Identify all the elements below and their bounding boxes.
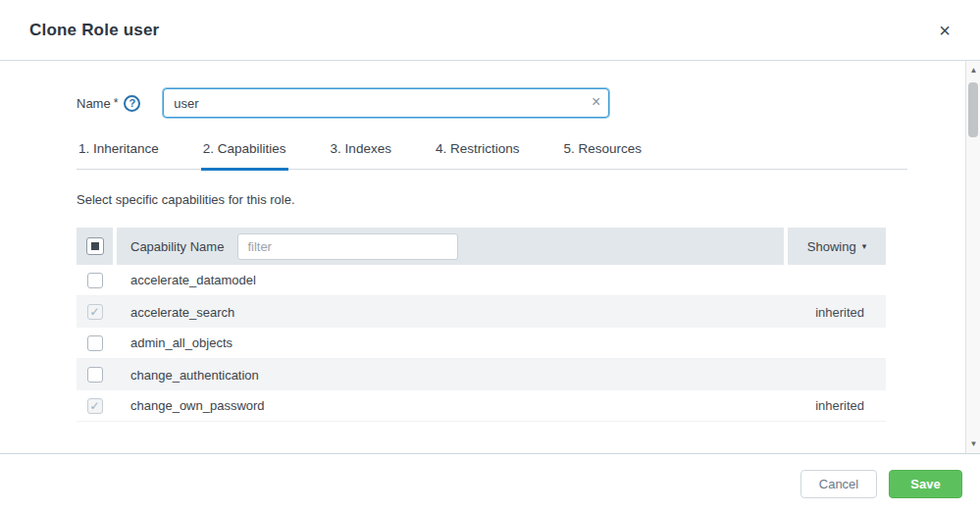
scroll-down-icon[interactable]: ▼ bbox=[966, 436, 980, 451]
name-field-row: Name * ? × bbox=[77, 88, 886, 118]
capability-name-column-label: Capability Name bbox=[130, 239, 224, 254]
status-badge: inherited bbox=[788, 305, 886, 320]
chevron-down-icon: ▾ bbox=[862, 241, 867, 251]
modal-body: Name * ? × 1. Inheritance2. Capabilities… bbox=[0, 61, 980, 454]
table-header: Capability Name Showing ▾ bbox=[77, 228, 886, 265]
vertical-scrollbar[interactable]: ▲ ▼ bbox=[965, 61, 980, 453]
modal-content: Name * ? × 1. Inheritance2. Capabilities… bbox=[0, 61, 886, 422]
name-input-wrap: × bbox=[163, 88, 609, 118]
unchecked-checkbox[interactable] bbox=[87, 273, 103, 288]
tab-restrictions[interactable]: 4. Restrictions bbox=[434, 141, 522, 169]
modal-footer: Cancel Save bbox=[0, 454, 980, 513]
capability-name-header-cell: Capability Name bbox=[117, 228, 784, 265]
tab-inheritance[interactable]: 1. Inheritance bbox=[77, 141, 161, 169]
scroll-up-icon[interactable]: ▲ bbox=[966, 63, 980, 77]
capability-name: change_authentication bbox=[113, 368, 788, 383]
table-rows: accelerate_datamodel✓accelerate_searchin… bbox=[77, 265, 886, 422]
unchecked-checkbox[interactable] bbox=[87, 367, 103, 383]
capability-name: change_own_password bbox=[113, 398, 788, 413]
row-checkbox-cell: ✓ bbox=[77, 304, 113, 320]
row-checkbox-cell: ✓ bbox=[77, 398, 113, 414]
close-icon[interactable]: × bbox=[935, 17, 954, 44]
scrollbar-thumb[interactable] bbox=[968, 82, 978, 137]
tab-capabilities[interactable]: 2. Capabilities bbox=[201, 141, 288, 169]
status-badge: inherited bbox=[788, 398, 886, 413]
capabilities-table: Capability Name Showing ▾ accelerate_dat… bbox=[77, 228, 886, 422]
row-checkbox-cell bbox=[77, 273, 113, 288]
select-all-checkbox[interactable] bbox=[86, 237, 104, 255]
table-row[interactable]: ✓change_own_passwordinherited bbox=[77, 390, 886, 422]
capability-name: admin_all_objects bbox=[113, 335, 788, 350]
help-icon[interactable]: ? bbox=[124, 95, 140, 112]
clear-input-icon[interactable]: × bbox=[592, 94, 600, 110]
capabilities-description: Select specific capabilities for this ro… bbox=[77, 192, 886, 207]
tabs: 1. Inheritance2. Capabilities3. Indexes4… bbox=[77, 141, 907, 170]
table-row[interactable]: admin_all_objects bbox=[77, 328, 886, 359]
tab-indexes[interactable]: 3. Indexes bbox=[329, 141, 393, 169]
table-row[interactable]: change_authentication bbox=[77, 359, 886, 390]
table-row[interactable]: ✓accelerate_searchinherited bbox=[77, 296, 886, 328]
showing-label: Showing bbox=[807, 239, 856, 254]
clone-role-modal: Clone Role user × Name * ? × 1. Inherita… bbox=[0, 0, 980, 513]
save-button[interactable]: Save bbox=[889, 470, 962, 498]
capability-name: accelerate_datamodel bbox=[113, 273, 788, 287]
cancel-button[interactable]: Cancel bbox=[800, 470, 877, 498]
select-all-cell[interactable] bbox=[77, 228, 113, 265]
table-row[interactable]: accelerate_datamodel bbox=[77, 265, 886, 296]
required-asterisk: * bbox=[114, 96, 119, 110]
name-input[interactable] bbox=[163, 88, 609, 118]
name-label: Name bbox=[77, 96, 111, 111]
filter-input[interactable] bbox=[237, 233, 458, 260]
row-checkbox-cell bbox=[77, 335, 113, 351]
row-checkbox-cell bbox=[77, 367, 113, 383]
capability-name: accelerate_search bbox=[113, 305, 788, 320]
showing-dropdown[interactable]: Showing ▾ bbox=[788, 228, 886, 265]
modal-header: Clone Role user × bbox=[0, 0, 980, 61]
checked-checkbox[interactable]: ✓ bbox=[87, 398, 103, 414]
checked-checkbox[interactable]: ✓ bbox=[87, 304, 103, 320]
unchecked-checkbox[interactable] bbox=[87, 335, 103, 351]
modal-title: Clone Role user bbox=[29, 21, 159, 40]
tab-resources[interactable]: 5. Resources bbox=[561, 141, 644, 169]
